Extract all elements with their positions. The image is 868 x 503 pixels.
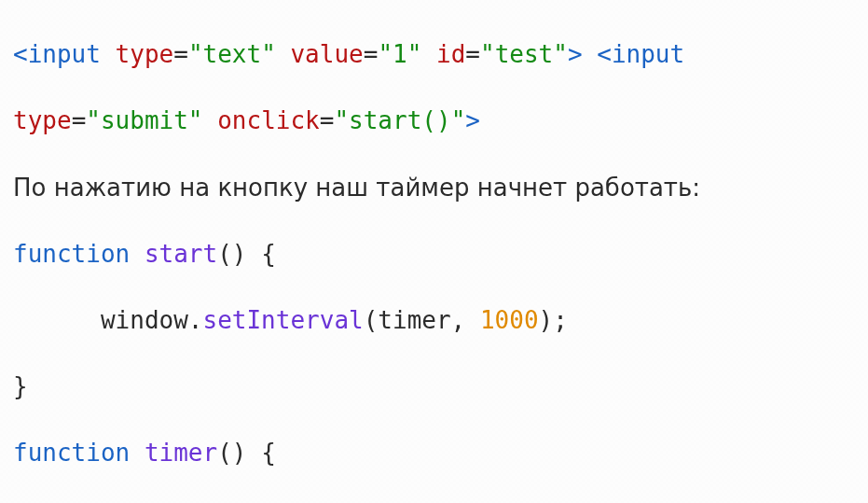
attr-type: type xyxy=(116,40,174,68)
space xyxy=(421,40,436,68)
equals: = xyxy=(364,40,379,68)
paren-open: ( xyxy=(364,306,379,334)
code-line-1: <input type="text" value="1" id="test"> … xyxy=(13,38,855,71)
attr-type: type xyxy=(13,106,72,134)
space xyxy=(276,40,291,68)
equals: = xyxy=(465,40,480,68)
space xyxy=(130,240,145,268)
tag-input: input xyxy=(28,40,101,68)
space xyxy=(583,40,598,68)
fn-rest: () { xyxy=(217,439,276,467)
keyword-function: function xyxy=(13,240,130,268)
code-line-fn2-1: function timer() { xyxy=(13,437,855,469)
fn-rest: () { xyxy=(217,240,276,268)
angle-open: < xyxy=(597,40,612,68)
equals: = xyxy=(173,40,188,68)
space xyxy=(101,40,116,68)
window-obj: window. xyxy=(101,306,203,334)
tag-input: input xyxy=(612,40,684,68)
attr-id: id xyxy=(436,40,465,68)
value-startcall: "start()" xyxy=(334,106,465,134)
code-snippet: <input type="text" value="1" id="test"> … xyxy=(0,0,868,503)
attr-value: value xyxy=(290,40,363,68)
value-test: "test" xyxy=(480,40,568,68)
angle-close: > xyxy=(465,106,480,134)
equals: = xyxy=(72,106,87,134)
code-line-fn1-3: } xyxy=(13,370,855,403)
arg-timer: timer, xyxy=(378,306,480,334)
space xyxy=(203,106,218,134)
code-line-2: type="submit" onclick="start()"> xyxy=(13,105,855,137)
explanation-text: По нажатию на кнопку наш таймер начнет р… xyxy=(13,171,855,205)
code-line-fn1-1: function start() { xyxy=(13,238,855,271)
keyword-function: function xyxy=(13,439,130,467)
angle-close: > xyxy=(568,40,583,68)
fn-setinterval: setInterval xyxy=(203,306,364,334)
value-1: "1" xyxy=(378,40,421,68)
value-submit: "submit" xyxy=(86,106,202,134)
code-line-fn1-2: window.setInterval(timer, 1000); xyxy=(13,304,855,337)
attr-onclick: onclick xyxy=(217,106,320,134)
num-1000: 1000 xyxy=(480,306,539,334)
angle-open: < xyxy=(13,40,28,68)
indent xyxy=(13,306,101,334)
equals: = xyxy=(320,106,335,134)
paren-close: ); xyxy=(539,306,568,334)
fn-name-timer: timer xyxy=(145,439,217,467)
space xyxy=(130,439,145,467)
value-text: "text" xyxy=(188,40,276,68)
fn-name-start: start xyxy=(145,240,217,268)
